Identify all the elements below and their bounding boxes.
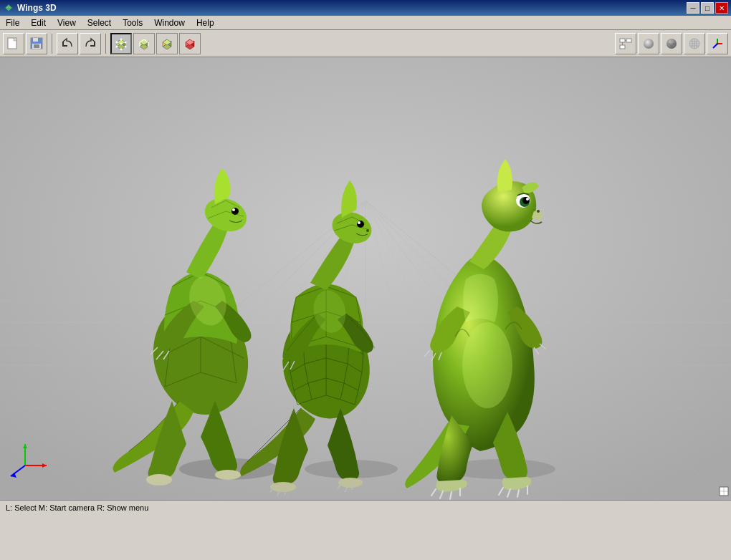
body-mode-button[interactable] [179, 33, 201, 54]
svg-point-15 [116, 45, 118, 47]
status-text: L: Select M: Start camera R: Show menu [6, 503, 148, 512]
svg-point-89 [358, 221, 360, 224]
svg-point-17 [125, 45, 127, 47]
svg-point-14 [125, 41, 127, 43]
svg-point-40 [644, 39, 654, 49]
menu-window[interactable]: Window [148, 16, 191, 29]
orientation-button[interactable] [707, 33, 728, 54]
svg-point-79 [215, 470, 241, 480]
separator-1 [52, 34, 52, 54]
svg-point-54 [717, 42, 719, 44]
edge-mode-button[interactable] [133, 33, 155, 54]
menu-bar: File Edit View Select Tools Window Help [0, 16, 731, 30]
separator-2 [105, 34, 106, 54]
svg-point-16 [120, 48, 123, 50]
svg-point-95 [526, 198, 529, 201]
svg-rect-37 [620, 45, 625, 49]
svg-point-97 [462, 322, 512, 408]
svg-rect-5 [33, 38, 38, 42]
save-button[interactable] [26, 33, 47, 54]
svg-rect-36 [626, 39, 631, 42]
close-button[interactable]: ✕ [715, 2, 728, 14]
svg-point-90 [366, 229, 369, 232]
svg-point-13 [120, 38, 123, 40]
app-icon [3, 2, 14, 14]
svg-point-78 [146, 474, 172, 486]
models-svg [0, 57, 731, 500]
menu-tools[interactable]: Tools [117, 16, 148, 29]
minimize-button[interactable]: ─ [687, 2, 699, 14]
svg-point-82 [232, 208, 235, 211]
geograph-button[interactable] [615, 33, 636, 54]
status-bar: L: Select M: Start camera R: Show menu [0, 500, 731, 514]
wireframe-button[interactable] [684, 33, 705, 54]
svg-point-94 [522, 197, 530, 204]
svg-point-18 [120, 42, 123, 44]
svg-point-12 [116, 41, 118, 43]
menu-file[interactable]: File [0, 16, 25, 29]
redo-button[interactable] [80, 33, 101, 54]
toolbar-right [615, 33, 728, 54]
menu-help[interactable]: Help [191, 16, 220, 29]
toolbar [0, 30, 731, 57]
menu-edit[interactable]: Edit [25, 16, 52, 29]
undo-button[interactable] [57, 33, 78, 54]
title-bar: Wings 3D ─ □ ✕ [0, 0, 731, 16]
svg-rect-35 [620, 39, 625, 42]
viewport[interactable] [0, 57, 731, 500]
window-title: Wings 3D [17, 3, 57, 13]
flat-shaded-button[interactable] [661, 33, 682, 54]
svg-rect-7 [34, 44, 39, 48]
svg-point-96 [537, 210, 540, 213]
new-button[interactable] [3, 33, 24, 54]
face-mode-button[interactable] [156, 33, 178, 54]
restore-button[interactable]: □ [701, 2, 714, 14]
menu-select[interactable]: Select [82, 16, 117, 29]
smooth-preview-button[interactable] [638, 33, 659, 54]
title-buttons: ─ □ ✕ [687, 2, 728, 14]
title-left: Wings 3D [3, 2, 57, 14]
vertex-mode-button[interactable] [110, 33, 132, 54]
menu-view[interactable]: View [52, 16, 82, 29]
